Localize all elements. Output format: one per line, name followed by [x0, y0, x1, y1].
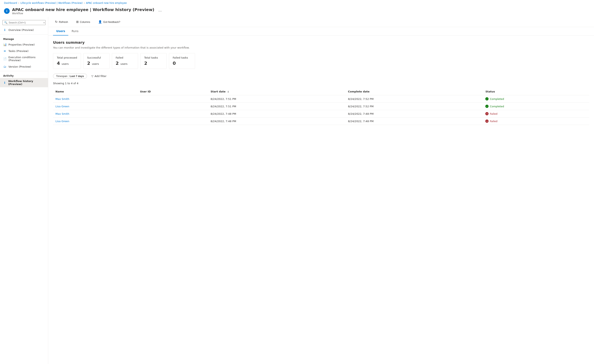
user-name-link[interactable]: Max Smith [55, 98, 69, 100]
feedback-button[interactable]: 👤 Got feedback? [96, 19, 122, 25]
sidebar-item-properties[interactable]: 📊 Properties (Preview) [0, 41, 48, 48]
summary-title: Users summary [53, 40, 589, 45]
card-successful: Successful 2 users [83, 53, 109, 69]
search-input[interactable] [9, 21, 44, 24]
card-total-processed-unit: users [62, 62, 69, 65]
breadcrumb-workflow[interactable]: APAC onboard new hire employee [86, 2, 127, 4]
bar-chart-icon: 📊 [3, 43, 7, 46]
sort-icon: ↓ [227, 91, 229, 93]
search-box[interactable]: 🔍 [2, 20, 46, 25]
completed-icon: ✓ [485, 105, 489, 108]
user-name-link[interactable]: Lisa Green [55, 105, 69, 108]
add-filter-button[interactable]: ▽ Add filter [89, 74, 109, 78]
col-header-user-id: User ID [138, 88, 208, 95]
col-header-start-date[interactable]: Start date ↓ [208, 88, 345, 95]
sidebar-item-version-label: Version (Preview) [8, 65, 31, 68]
sidebar-item-version[interactable]: 🗂 Version (Preview) [0, 63, 48, 70]
cell-user-id [138, 103, 208, 110]
cell-name[interactable]: Max Smith [53, 95, 138, 103]
card-failed-tasks: Failed tasks 0 [169, 53, 195, 69]
user-name-link[interactable]: Max Smith [55, 112, 69, 115]
sidebar-item-workflow-history[interactable]: ℹ Workflow history (Preview) [0, 78, 48, 87]
user-name-link[interactable]: Lisa Green [55, 120, 69, 123]
cell-start-date: 8/24/2022, 7:48 PM [208, 117, 345, 125]
users-table: Name User ID Start date ↓ Complete date … [53, 88, 589, 125]
timespan-filter-button[interactable]: Timespan : Last 7 days [53, 74, 87, 79]
columns-icon: ⊞ [76, 20, 79, 24]
status-text: Failed [490, 112, 497, 115]
search-icon: 🔍 [4, 21, 7, 24]
page-title: APAC onboard new hire employee | Workflo… [12, 7, 154, 12]
summary-description: You can monitor and investigate the diff… [53, 46, 589, 49]
tabs: Users Runs [48, 27, 594, 35]
card-failed-tasks-label: Failed tasks [173, 56, 191, 59]
sidebar-item-properties-label: Properties (Preview) [8, 43, 35, 46]
card-successful-value: 2 [87, 61, 90, 66]
feedback-icon: 👤 [98, 20, 102, 24]
card-failed-label: Failed [116, 56, 134, 59]
sidebar-item-overview[interactable]: ℹ️ Overview (Preview) [0, 27, 48, 33]
card-total-processed-label: Total processed [57, 56, 77, 59]
info-circle-icon: ℹ [3, 81, 6, 84]
cell-name[interactable]: Max Smith [53, 110, 138, 117]
sidebar-item-execution[interactable]: 📄 Execution conditions (Preview) [0, 54, 48, 63]
sidebar-item-tasks-label: Tasks (Preview) [8, 50, 28, 52]
table-row: Lisa Green 8/24/2022, 7:48 PM 8/24/2022,… [53, 117, 589, 125]
status-text: Completed [490, 98, 504, 100]
page-icon: 📄 [3, 57, 7, 60]
status-text: Failed [490, 120, 497, 123]
summary-cards: Total processed 4 users Successful 2 use… [53, 53, 589, 69]
cell-name[interactable]: Lisa Green [53, 103, 138, 110]
failed-icon: ✕ [485, 120, 489, 123]
cell-start-date: 8/24/2022, 7:48 PM [208, 110, 345, 117]
cell-complete-date: 8/24/2022, 7:52 PM [345, 95, 483, 103]
cell-complete-date: 8/24/2022, 7:48 PM [345, 117, 483, 125]
page-header: i APAC onboard new hire employee | Workf… [0, 6, 594, 17]
toolbar: ↻ Refresh ⊞ Columns 👤 Got feedback? [48, 17, 594, 27]
tab-runs[interactable]: Runs [68, 27, 81, 35]
cell-name[interactable]: Lisa Green [53, 117, 138, 125]
refresh-button[interactable]: ↻ Refresh [53, 19, 70, 25]
activity-section-label: Activity [0, 72, 48, 78]
card-failed-value: 2 [116, 61, 119, 66]
sidebar-item-tasks[interactable]: ≡ Tasks (Preview) [0, 48, 48, 54]
cell-user-id [138, 117, 208, 125]
add-filter-label: Add filter [94, 75, 107, 78]
page-content: Users summary You can monitor and invest… [48, 35, 594, 364]
cell-status: ✕Failed [483, 110, 589, 117]
cell-status: ✕Failed [483, 117, 589, 125]
status-text: Completed [490, 105, 504, 108]
list-icon: ≡ [3, 49, 7, 52]
sidebar-item-workflow-history-label: Workflow history (Preview) [8, 80, 45, 86]
cell-start-date: 8/24/2022, 7:51 PM [208, 103, 345, 110]
info-icon: ℹ️ [3, 28, 7, 32]
col-header-complete-date: Complete date [345, 88, 483, 95]
cell-status: ✓Completed [483, 95, 589, 103]
cell-complete-date: 8/24/2022, 7:52 PM [345, 103, 483, 110]
table-row: Max Smith 8/24/2022, 7:48 PM 8/24/2022, … [53, 110, 589, 117]
card-successful-label: Successful [87, 56, 106, 59]
page-subtitle: Workflow [12, 12, 154, 15]
filters: Timespan : Last 7 days ▽ Add filter [53, 74, 589, 79]
page-icon: i [4, 8, 10, 14]
timespan-value: Last 7 days [70, 75, 84, 78]
card-total-tasks: Total tasks 2 [140, 53, 167, 69]
refresh-icon: ↻ [55, 20, 58, 24]
main-content: ↻ Refresh ⊞ Columns 👤 Got feedback? User… [48, 17, 594, 364]
card-total-processed: Total processed 4 users [53, 53, 81, 69]
col-header-status: Status [483, 88, 589, 95]
columns-button[interactable]: ⊞ Columns [74, 19, 92, 25]
tab-users[interactable]: Users [53, 27, 68, 35]
collapse-sidebar-button[interactable]: « [42, 20, 46, 25]
breadcrumb-lifecycle[interactable]: Lifecycle workflows (Preview) | Workflow… [20, 2, 82, 4]
sidebar-item-overview-label: Overview (Preview) [8, 28, 34, 32]
card-total-tasks-value: 2 [144, 61, 147, 66]
cell-user-id [138, 110, 208, 117]
cell-user-id [138, 95, 208, 103]
breadcrumb-dashboard[interactable]: Dashboard [4, 2, 17, 4]
card-total-tasks-label: Total tasks [144, 56, 163, 59]
sidebar: 🔍 « ℹ️ Overview (Preview) Manage 📊 Prope… [0, 17, 48, 364]
sidebar-item-execution-label: Execution conditions (Preview) [8, 56, 45, 62]
filter-icon: ▽ [91, 75, 93, 78]
more-options-button[interactable]: ··· [157, 8, 163, 14]
